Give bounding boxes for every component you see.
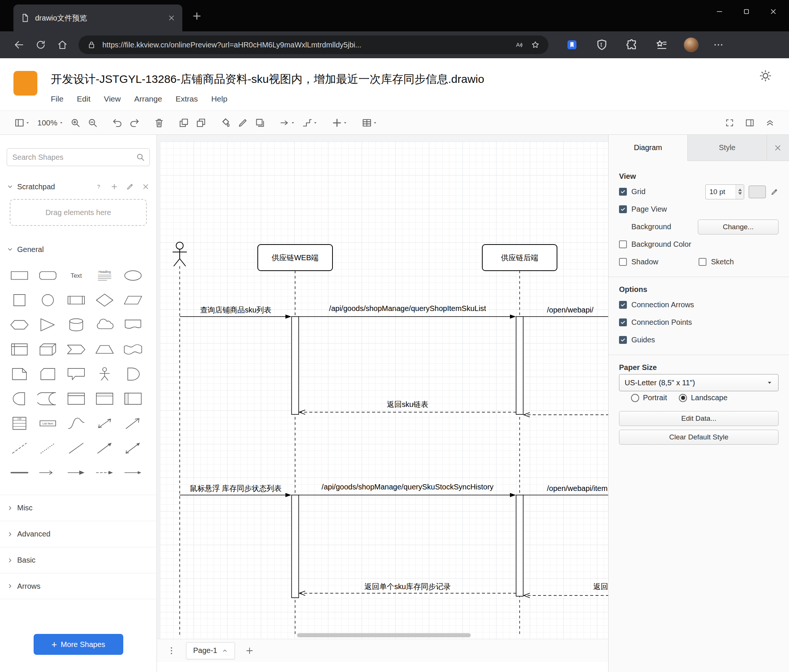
grid-color-swatch[interactable] xyxy=(749,186,766,198)
undo-icon[interactable] xyxy=(110,116,124,129)
shape-cloud[interactable] xyxy=(90,312,119,337)
menu-view[interactable]: View xyxy=(104,94,121,104)
canvas[interactable]: 供应链WEB端供应链后端查询店铺商品sku列表/api/goods/shopMa… xyxy=(157,135,608,639)
scratchpad-drop-area[interactable]: Drag elements here xyxy=(10,199,147,226)
shape-diagonal-arrow[interactable] xyxy=(90,436,119,460)
shape-data-storage[interactable] xyxy=(34,386,62,411)
to-back-icon[interactable] xyxy=(194,116,208,129)
sidebar-section-scratchpad[interactable]: Scratchpad ? xyxy=(0,177,157,197)
tampermonkey-shield-icon[interactable]: t xyxy=(596,38,608,51)
horizontal-scrollbar[interactable] xyxy=(297,633,471,637)
shape-horizontal-line[interactable] xyxy=(5,460,34,485)
more-shapes-button[interactable]: + More Shapes xyxy=(34,634,123,655)
grid-size-spinner[interactable] xyxy=(736,185,744,199)
shape-bidirectional-arrow[interactable] xyxy=(90,411,119,436)
maximize-button[interactable] xyxy=(733,0,760,23)
guides-checkbox[interactable] xyxy=(619,336,627,344)
shape-diagonal-arrow-2[interactable] xyxy=(119,436,147,460)
shape-curve[interactable] xyxy=(62,411,90,436)
redo-icon[interactable] xyxy=(128,116,141,129)
orientation-landscape[interactable]: Landscape xyxy=(679,393,727,402)
shape-arrow[interactable] xyxy=(119,411,147,436)
sidebar-section-advanced[interactable]: Advanced xyxy=(0,521,157,547)
shape-square[interactable] xyxy=(5,288,34,312)
shape-arrow-right-thin[interactable] xyxy=(119,460,147,485)
shape-actor[interactable] xyxy=(90,362,119,386)
menu-edit[interactable]: Edit xyxy=(77,94,90,104)
url-text[interactable]: https://file.kkview.cn/onlinePreview?url… xyxy=(102,41,509,49)
clear-default-style-button[interactable]: Clear Default Style xyxy=(619,430,779,445)
scratchpad-close-icon[interactable] xyxy=(142,183,150,191)
shape-rounded-rectangle[interactable] xyxy=(34,263,62,288)
zoom-out-icon[interactable] xyxy=(86,116,99,129)
menu-extras[interactable]: Extras xyxy=(176,94,198,104)
tab-close-icon[interactable] xyxy=(168,14,176,22)
shape-dotted-line[interactable] xyxy=(34,436,62,460)
sidebar-section-general[interactable]: General xyxy=(0,239,157,260)
edit-icon[interactable] xyxy=(770,188,779,196)
menu-help[interactable]: Help xyxy=(211,94,227,104)
window-close-button[interactable] xyxy=(760,0,787,23)
shape-diamond[interactable] xyxy=(90,288,119,312)
shape-tape[interactable] xyxy=(119,337,147,362)
shape-text[interactable]: Text xyxy=(62,263,90,288)
back-icon[interactable] xyxy=(13,39,25,50)
avatar[interactable] xyxy=(684,37,699,52)
shape-textbox[interactable]: Heading xyxy=(90,263,119,288)
read-aloud-icon[interactable]: A xyxy=(515,40,524,49)
shape-container[interactable] xyxy=(62,386,90,411)
more-options-icon[interactable] xyxy=(713,39,724,50)
scratchpad-edit-icon[interactable] xyxy=(126,183,134,191)
shape-card[interactable] xyxy=(34,362,62,386)
address-bar[interactable]: https://file.kkview.cn/onlinePreview?url… xyxy=(78,35,548,54)
to-front-icon[interactable] xyxy=(177,116,190,129)
panel-tab-diagram[interactable]: Diagram xyxy=(609,135,688,161)
shape-dashed-line[interactable] xyxy=(5,436,34,460)
shape-ellipse[interactable] xyxy=(119,263,147,288)
shape-or[interactable] xyxy=(119,362,147,386)
shape-line[interactable] xyxy=(62,436,90,460)
shape-cylinder[interactable] xyxy=(62,312,90,337)
sidebar-section-misc[interactable]: Misc xyxy=(0,495,157,521)
line-color-icon[interactable] xyxy=(236,116,249,129)
insert-icon[interactable] xyxy=(330,116,349,129)
zoom-level-button[interactable]: 100% xyxy=(35,117,65,129)
sidebar-section-arrows[interactable]: Arrows xyxy=(0,573,157,599)
shadow-icon[interactable] xyxy=(253,116,267,129)
page-tab[interactable]: Page-1 xyxy=(186,642,235,659)
sketch-checkbox[interactable] xyxy=(699,258,706,266)
shape-trapezoid[interactable] xyxy=(90,337,119,362)
shape-rectangle[interactable] xyxy=(5,263,34,288)
favorites-bar-icon[interactable] xyxy=(655,38,668,51)
shape-list-item[interactable]: List Item xyxy=(34,411,62,436)
edit-data-button[interactable]: Edit Data... xyxy=(619,411,779,426)
grid-checkbox[interactable] xyxy=(619,188,627,196)
change-background-button[interactable]: Change... xyxy=(698,220,779,234)
sidebar-section-basic[interactable]: Basic xyxy=(0,547,157,573)
pages-extension-icon[interactable] xyxy=(565,38,578,51)
shape-arrow-right[interactable] xyxy=(34,460,62,485)
delete-icon[interactable] xyxy=(152,116,166,129)
connection-arrows-checkbox[interactable] xyxy=(619,301,627,309)
shape-note[interactable] xyxy=(5,362,34,386)
panel-tab-style[interactable]: Style xyxy=(688,135,767,161)
shape-callout[interactable] xyxy=(62,362,90,386)
minimize-button[interactable] xyxy=(706,0,733,23)
shape-process[interactable] xyxy=(62,288,90,312)
favorite-star-icon[interactable] xyxy=(530,40,540,49)
shape-arrow-right-filled[interactable] xyxy=(62,460,90,485)
panel-close-icon[interactable] xyxy=(773,143,782,152)
shadow-checkbox[interactable] xyxy=(619,258,627,266)
connection-points-checkbox[interactable] xyxy=(619,318,627,326)
refresh-icon[interactable] xyxy=(35,39,46,50)
shape-cube[interactable] xyxy=(34,337,62,362)
fill-color-icon[interactable] xyxy=(219,116,232,129)
add-page-icon[interactable] xyxy=(245,646,254,656)
home-icon[interactable] xyxy=(57,39,68,50)
shape-arrow-right-dashed[interactable] xyxy=(90,460,119,485)
shape-and[interactable] xyxy=(5,386,34,411)
search-shapes-input[interactable] xyxy=(7,148,150,166)
shape-parallelogram[interactable] xyxy=(119,288,147,312)
shape-step[interactable] xyxy=(62,337,90,362)
table-icon[interactable] xyxy=(360,116,379,129)
